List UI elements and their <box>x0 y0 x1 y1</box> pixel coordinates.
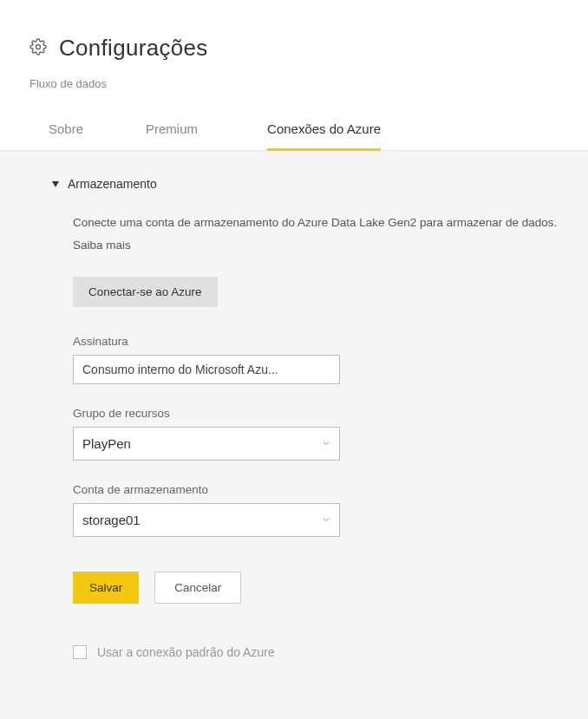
resource-group-select[interactable] <box>73 427 340 461</box>
content-area: Armazenamento Conecte uma conta de armaz… <box>0 151 588 719</box>
save-button[interactable]: Salvar <box>73 572 139 604</box>
subscription-select[interactable] <box>73 355 340 384</box>
tab-azure-connections[interactable]: Conexões do Azure <box>267 111 381 151</box>
svg-point-0 <box>36 45 41 49</box>
subscription-label: Assinatura <box>73 335 585 348</box>
cancel-button[interactable]: Cancelar <box>154 572 241 604</box>
default-azure-connection-label: Usar a conexão padrão do Azure <box>97 645 275 659</box>
storage-account-label: Conta de armazenamento <box>73 483 585 496</box>
section-title: Armazenamento <box>68 177 157 191</box>
section-description: Conecte uma conta de armazenamento do Az… <box>73 212 585 256</box>
resource-group-label: Grupo de recursos <box>73 407 585 420</box>
storage-account-select[interactable] <box>73 503 340 537</box>
description-text: Conecte uma conta de armazenamento do Az… <box>73 216 557 229</box>
section-toggle-storage[interactable]: Armazenamento <box>52 177 588 191</box>
tab-premium[interactable]: Premium <box>146 111 198 150</box>
page-title: Configurações <box>59 35 208 62</box>
breadcrumb: Fluxo de dados <box>29 77 588 90</box>
tab-about[interactable]: Sobre <box>49 111 83 150</box>
collapse-icon <box>52 181 59 187</box>
default-azure-connection-checkbox[interactable] <box>73 645 87 659</box>
page-header: Configurações <box>29 35 588 62</box>
tabs: Sobre Premium Conexões do Azure <box>0 111 588 151</box>
gear-icon <box>29 38 47 58</box>
learn-more-link[interactable]: Saiba mais <box>73 239 131 252</box>
connect-azure-button[interactable]: Conectar-se ao Azure <box>73 277 218 307</box>
